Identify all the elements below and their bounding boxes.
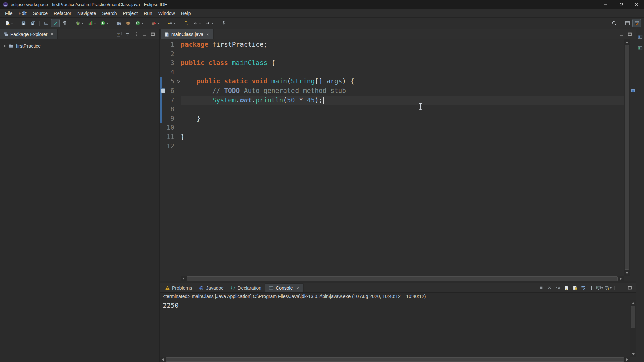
code-text[interactable] — [181, 105, 624, 114]
open-search-dialog-dropdown-arrow[interactable] — [173, 23, 175, 24]
scroll-lock-button[interactable] — [571, 284, 578, 292]
editor-vertical-scrollbar[interactable] — [624, 39, 630, 276]
back-history-dropdown-arrow[interactable] — [199, 23, 201, 24]
code-text[interactable]: package firstPractice; — [181, 40, 624, 49]
new-java-package-button[interactable] — [124, 19, 132, 27]
pin-editor-button[interactable] — [219, 19, 228, 27]
horizontal-scroll-track[interactable] — [181, 276, 624, 281]
open-search-dialog-button[interactable] — [165, 19, 177, 27]
terminate-button[interactable] — [537, 284, 545, 292]
menu-source[interactable]: Source — [30, 9, 51, 17]
fold-marker-icon[interactable] — [177, 80, 180, 83]
run-external-tools-button[interactable] — [149, 19, 161, 27]
horizontal-scroll-thumb[interactable] — [166, 357, 624, 362]
debug-button[interactable] — [73, 19, 85, 27]
link-with-editor-button[interactable] — [124, 31, 131, 38]
code-text[interactable] — [181, 123, 624, 132]
code-text[interactable] — [181, 142, 624, 151]
task-overview-marker[interactable] — [631, 89, 635, 92]
save-all-button[interactable] — [29, 19, 37, 27]
close-window-button[interactable] — [629, 0, 644, 9]
toggle-block-selection-button[interactable] — [42, 19, 50, 27]
restore-minimized-view-1-button[interactable] — [637, 33, 644, 40]
maximize-view-button[interactable] — [149, 31, 156, 38]
view-menu-button[interactable] — [132, 31, 140, 38]
scroll-left-button[interactable] — [181, 276, 186, 281]
find-actions-button[interactable] — [610, 19, 619, 27]
code-text[interactable]: System.out.println(50 * 45); — [181, 96, 624, 105]
minimize-editor-area-button[interactable] — [618, 31, 625, 38]
minimize-view-button[interactable] — [141, 31, 148, 38]
maximize-view-button[interactable] — [626, 284, 633, 292]
todo-task-marker-icon[interactable] — [161, 88, 165, 93]
code-text[interactable]: // TODO Auto-generated method stub — [181, 86, 624, 96]
menu-window[interactable]: Window — [155, 9, 178, 17]
java-perspective-button[interactable] — [632, 19, 641, 27]
tab-problems[interactable]: Problems — [161, 283, 195, 292]
console-vertical-scrollbar[interactable] — [630, 300, 636, 357]
open-console-button[interactable] — [604, 284, 612, 292]
menu-refactor[interactable]: Refactor — [51, 9, 74, 17]
display-selected-console-button[interactable] — [596, 284, 603, 292]
debug-dropdown-arrow[interactable] — [82, 23, 84, 24]
scroll-down-button[interactable] — [630, 351, 636, 357]
menu-help[interactable]: Help — [178, 9, 194, 17]
run-dropdown-arrow[interactable] — [106, 23, 108, 24]
forward-history-dropdown-arrow[interactable] — [211, 23, 213, 24]
new-wizard-button[interactable] — [3, 19, 15, 27]
new-wizard-dropdown-arrow[interactable] — [11, 23, 13, 24]
collapse-all-button[interactable] — [115, 31, 123, 38]
code-text[interactable]: } — [181, 114, 624, 123]
tab-console[interactable]: Console — [265, 283, 303, 292]
forward-history-button[interactable] — [203, 19, 215, 27]
tab-declaration[interactable]: Declaration — [227, 283, 265, 292]
open-console-dropdown-arrow[interactable] — [610, 287, 612, 289]
restore-window-button[interactable] — [613, 0, 629, 9]
expand-chevron-icon[interactable] — [4, 45, 6, 47]
minimize-view-button[interactable] — [618, 284, 625, 292]
toggle-mark-occurrences-button[interactable] — [51, 19, 60, 27]
editor-tab-mainclass[interactable]: mainClass.java — [160, 29, 214, 39]
scroll-right-button[interactable] — [624, 357, 630, 362]
maximize-editor-area-button[interactable] — [626, 31, 633, 38]
package-explorer-tab[interactable]: Package Explorer — [0, 29, 58, 39]
scroll-right-button[interactable] — [618, 276, 624, 281]
menu-navigate[interactable]: Navigate — [74, 9, 99, 17]
console-horizontal-scrollbar[interactable] — [160, 357, 636, 362]
back-history-button[interactable] — [191, 19, 203, 27]
code-editor[interactable]: 1package firstPractice;23public class ma… — [160, 39, 624, 276]
minimize-window-button[interactable] — [598, 0, 613, 9]
close-editor-tab-button[interactable] — [205, 32, 210, 37]
scroll-left-button[interactable] — [160, 357, 166, 362]
menu-search[interactable]: Search — [99, 9, 120, 17]
remove-all-terminated-launches-button[interactable] — [554, 284, 561, 292]
horizontal-scroll-thumb[interactable] — [187, 276, 618, 281]
open-perspective-button[interactable] — [623, 19, 632, 27]
coverage-button[interactable] — [86, 19, 98, 27]
code-text[interactable] — [181, 68, 624, 77]
pin-console-button[interactable] — [588, 284, 595, 292]
last-edit-location-button[interactable] — [181, 19, 190, 27]
remove-launch-button[interactable] — [546, 284, 553, 292]
show-whitespace-button[interactable] — [60, 19, 69, 27]
close-console-tab-button[interactable] — [295, 286, 300, 290]
tab-javadoc[interactable]: @Javadoc — [195, 283, 227, 292]
vertical-scroll-thumb[interactable] — [631, 306, 635, 328]
run-button[interactable] — [98, 19, 110, 27]
display-selected-console-dropdown-arrow[interactable] — [601, 287, 603, 289]
scroll-up-button[interactable] — [624, 39, 630, 45]
code-text[interactable]: public static void main(String[] args) { — [181, 77, 624, 86]
new-java-project-button[interactable] — [114, 19, 123, 27]
menu-file[interactable]: File — [2, 9, 16, 17]
coverage-dropdown-arrow[interactable] — [94, 23, 96, 24]
code-text[interactable]: public class mainClass { — [181, 58, 624, 68]
save-button[interactable] — [19, 19, 28, 27]
menu-edit[interactable]: Edit — [16, 9, 30, 17]
run-external-tools-dropdown-arrow[interactable] — [157, 23, 159, 24]
scroll-up-button[interactable] — [630, 300, 636, 306]
new-java-class-button[interactable] — [133, 19, 145, 27]
new-java-class-dropdown-arrow[interactable] — [141, 23, 143, 24]
code-text[interactable] — [181, 49, 624, 59]
console-output[interactable]: 2250 — [160, 300, 630, 357]
word-wrap-button[interactable] — [579, 284, 587, 292]
